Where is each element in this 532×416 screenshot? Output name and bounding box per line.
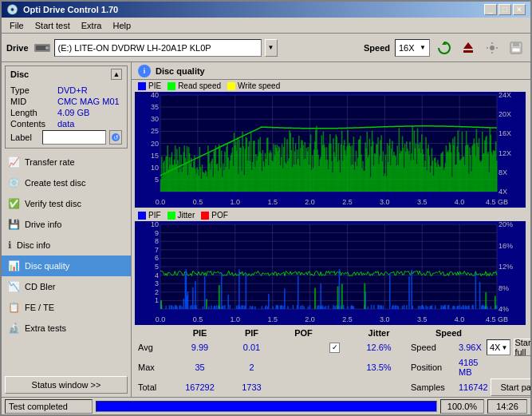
avg-pif: 0.01: [226, 343, 278, 352]
svg-rect-9: [512, 48, 520, 52]
menu-file[interactable]: File: [5, 19, 29, 32]
sidebar: Disc ▲ Type DVD+R MID CMC MAG M01 Length…: [2, 62, 132, 397]
max-pie: 35: [174, 363, 226, 372]
close-button[interactable]: ✕: [513, 4, 526, 15]
start-full-container: 4X ▼ Start full: [487, 339, 530, 356]
disc-quality-icon-header: i: [138, 65, 151, 77]
drive-icon: [33, 41, 51, 55]
svg-text:↺: ↺: [113, 134, 119, 141]
sidebar-item-disc-quality[interactable]: 📊 Disc quality: [2, 256, 131, 276]
window-title: Opti Drive Control 1.70: [23, 5, 118, 14]
content-area: i Disc quality PIE Read speed: [132, 62, 530, 397]
speed-select[interactable]: 4X ▼: [487, 339, 510, 355]
sidebar-item-cd-bler[interactable]: 📉 CD Bler: [2, 276, 131, 297]
title-bar-controls: _ □ ✕: [484, 4, 526, 15]
save-button[interactable]: [506, 38, 526, 57]
refresh-button[interactable]: [435, 38, 454, 57]
disc-length-row: Length 4.09 GB: [10, 108, 122, 117]
toolbar: Drive (E:) LITE-ON DVDRW LH-20A1P KL0P ▼…: [2, 34, 530, 62]
start-part-container: Start part: [487, 378, 530, 396]
disc-mid-row: MID CMC MAG M01: [10, 97, 122, 106]
sidebar-item-extra-tests[interactable]: 🔬 Extra tests: [2, 318, 131, 339]
sidebar-item-disc-info[interactable]: ℹ Disc info: [2, 235, 131, 256]
svg-rect-4: [463, 50, 473, 53]
transfer-rate-icon: 📈: [8, 156, 20, 168]
progress-label: 100.0%: [440, 399, 484, 414]
legend-read-speed: Read speed: [167, 81, 221, 90]
total-pif: 1733: [226, 382, 278, 392]
legend-pie: PIE: [138, 81, 161, 90]
status-window-button[interactable]: Status window >>: [5, 376, 128, 394]
create-test-disc-icon: 💿: [8, 177, 20, 188]
legend-write-speed: Write speed: [227, 81, 280, 90]
disc-quality-icon: 📊: [8, 260, 20, 271]
speed-stat-value: 3.96X: [459, 343, 487, 352]
max-label: Max: [138, 363, 174, 372]
sidebar-item-drive-info[interactable]: 💾 Drive info: [2, 214, 131, 235]
chart1: [135, 92, 530, 208]
sidebar-item-transfer-rate[interactable]: 📈 Transfer rate: [2, 152, 131, 172]
jitter-col-header: Jitter: [347, 328, 411, 338]
disc-label-button[interactable]: ↺: [109, 130, 122, 145]
disc-info-content: Type DVD+R MID CMC MAG M01 Length 4.09 G…: [6, 82, 127, 148]
nav-items: 📈 Transfer rate 💿 Create test disc ✅ Ver…: [2, 152, 131, 339]
samples-label: Samples: [411, 382, 459, 392]
disc-quality-title: Disc quality: [156, 66, 205, 76]
jitter-checkbox[interactable]: ✓: [329, 343, 340, 353]
chart2-container: PIF Jitter POF: [132, 209, 530, 327]
start-full-button[interactable]: Start full: [514, 339, 530, 356]
disc-panel-collapse[interactable]: ▲: [111, 69, 122, 80]
write-speed-legend-color: [227, 82, 235, 90]
main-area: Disc ▲ Type DVD+R MID CMC MAG M01 Length…: [2, 62, 530, 397]
menu-help[interactable]: Help: [108, 19, 136, 32]
progress-bar: [97, 402, 436, 411]
drive-dropdown-arrow[interactable]: ▼: [265, 39, 278, 57]
disc-label-input[interactable]: [42, 130, 106, 145]
avg-jitter: 12.6%: [347, 343, 411, 352]
chart2: [135, 221, 530, 325]
svg-marker-5: [463, 42, 473, 49]
maximize-button[interactable]: □: [499, 4, 511, 15]
speed-dropdown[interactable]: 16X ▼: [395, 39, 430, 57]
svg-rect-8: [513, 42, 519, 46]
cd-bler-icon: 📉: [8, 281, 20, 292]
sidebar-item-fe-te[interactable]: 📋 FE / TE: [2, 297, 131, 318]
title-bar: 💿 Opti Drive Control 1.70 _ □ ✕: [2, 2, 530, 18]
pif-col-header: PIF: [226, 328, 278, 338]
verify-test-disc-icon: ✅: [8, 198, 20, 209]
disc-panel-title: Disc ▲: [6, 66, 127, 82]
menu-start-test[interactable]: Start test: [30, 19, 75, 32]
sidebar-item-verify-test-disc[interactable]: ✅ Verify test disc: [2, 193, 131, 214]
start-part-button[interactable]: Start part: [491, 378, 530, 396]
pif-legend-color: [138, 212, 146, 220]
max-jitter: 13.5%: [347, 363, 411, 372]
extra-tests-icon: 🔬: [8, 323, 20, 334]
avg-label: Avg: [138, 343, 174, 352]
sidebar-item-create-test-disc[interactable]: 💿 Create test disc: [2, 172, 131, 193]
pof-legend-color: [201, 212, 209, 220]
eject-button[interactable]: [459, 38, 478, 57]
disc-info-icon: ℹ: [8, 240, 12, 251]
menu-extra[interactable]: Extra: [77, 19, 107, 32]
disc-contents-row: Contents data: [10, 119, 122, 129]
pie-col-header: PIE: [174, 328, 226, 338]
menu-bar: File Start test Extra Help: [2, 18, 530, 34]
position-value: 4185 MB: [459, 358, 487, 377]
progress-container: [96, 401, 437, 412]
position-label: Position: [411, 363, 459, 372]
drive-dropdown[interactable]: (E:) LITE-ON DVDRW LH-20A1P KL0P: [54, 39, 262, 57]
chart1-legend: PIE Read speed Write speed: [135, 80, 530, 92]
disc-type-row: Type DVD+R: [10, 85, 122, 95]
avg-pie: 9.99: [174, 343, 226, 352]
speed-col-header: Speed: [411, 328, 487, 338]
settings-button[interactable]: [483, 38, 502, 57]
legend-pif: PIF: [138, 211, 161, 220]
legend-pof: POF: [201, 211, 228, 220]
pie-legend-color: [138, 82, 146, 90]
minimize-button[interactable]: _: [484, 4, 497, 15]
chart1-container: PIE Read speed Write speed: [132, 80, 530, 209]
disc-label-row: Label ↺: [10, 130, 122, 145]
fe-te-icon: 📋: [8, 302, 20, 313]
total-label: Total: [138, 382, 174, 392]
status-bar: Test completed 100.0% 14:26: [2, 397, 530, 414]
